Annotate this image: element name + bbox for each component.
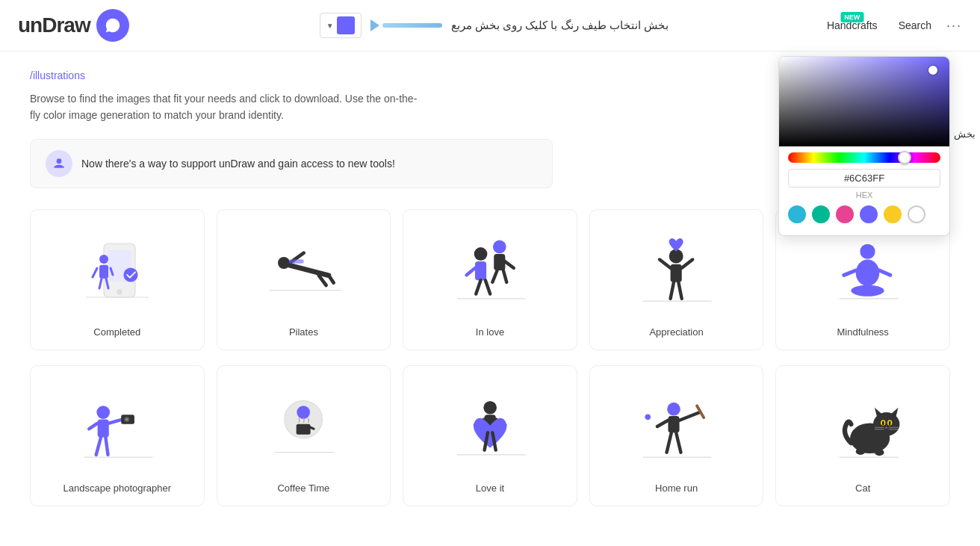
svg-rect-6 xyxy=(99,265,108,279)
illustration-card-inlove[interactable]: In love xyxy=(403,209,577,350)
illustration-card-cat[interactable]: Cat xyxy=(775,365,950,506)
svg-line-71 xyxy=(667,432,672,453)
search-button[interactable]: Search xyxy=(899,19,931,31)
illustration-image-loveit xyxy=(415,378,565,475)
color-canvas[interactable] xyxy=(779,57,949,146)
illustration-card-landscape[interactable]: Landscape photographer xyxy=(30,365,205,506)
svg-rect-31 xyxy=(671,264,682,282)
page-description: Browse to find the images that fit your … xyxy=(30,90,418,124)
svg-line-33 xyxy=(682,259,693,267)
arrow-head xyxy=(370,19,379,31)
svg-point-87 xyxy=(856,448,866,455)
preset-color-pink[interactable] xyxy=(836,205,854,223)
svg-point-65 xyxy=(668,403,681,416)
svg-point-37 xyxy=(860,243,875,258)
color-dropdown[interactable]: ▼ xyxy=(320,13,362,38)
hex-label: HEX xyxy=(779,190,949,199)
svg-rect-18 xyxy=(288,259,303,263)
illustrations-grid-row2: Landscape photographer xyxy=(30,365,950,506)
handcrafts-nav-item[interactable]: NEW Handcrafts xyxy=(821,16,884,34)
svg-point-24 xyxy=(493,240,506,253)
svg-line-40 xyxy=(879,270,890,275)
illustration-card-appreciation[interactable]: Appreciation xyxy=(589,209,764,350)
preset-color-yellow[interactable] xyxy=(884,205,902,223)
hex-input-wrapper[interactable] xyxy=(788,169,940,187)
svg-line-23 xyxy=(486,280,490,294)
svg-line-9 xyxy=(99,279,102,288)
svg-line-16 xyxy=(329,275,334,282)
svg-point-54 xyxy=(297,406,311,419)
svg-point-5 xyxy=(99,255,108,264)
illustration-image-homerun xyxy=(602,378,751,475)
svg-line-56 xyxy=(311,427,314,429)
svg-point-81 xyxy=(889,421,891,425)
preset-color-none[interactable] xyxy=(908,205,925,223)
svg-point-88 xyxy=(875,449,884,456)
illustration-image-mindfulness xyxy=(788,222,937,319)
illustration-label-coffee: Coffee Time xyxy=(277,483,329,494)
svg-line-68 xyxy=(657,421,669,426)
svg-line-72 xyxy=(677,432,681,453)
svg-line-67 xyxy=(680,412,700,421)
hex-input[interactable] xyxy=(795,173,934,184)
svg-rect-66 xyxy=(669,416,680,432)
illustration-card-coffee[interactable]: Coffee Time xyxy=(217,365,391,506)
illustration-image-inlove xyxy=(415,222,565,319)
svg-line-49 xyxy=(89,423,97,429)
more-options-button[interactable]: ··· xyxy=(946,18,962,34)
svg-point-0 xyxy=(57,158,62,164)
illustration-label-landscape: Landscape photographer xyxy=(63,483,172,494)
svg-line-28 xyxy=(503,270,506,282)
illustration-label-inlove: In love xyxy=(476,326,504,338)
color-picker-popup: HEX xyxy=(778,56,950,236)
illustration-image-pilates xyxy=(229,222,379,319)
support-banner[interactable]: Now there's a way to support unDraw and … xyxy=(30,139,553,188)
svg-line-51 xyxy=(105,437,108,454)
svg-line-21 xyxy=(466,268,474,275)
arrow-line xyxy=(382,23,442,28)
svg-rect-55 xyxy=(297,424,311,435)
svg-line-39 xyxy=(844,270,856,275)
illustration-label-homerun: Home run xyxy=(655,483,698,494)
illustration-image-completed xyxy=(43,222,192,319)
svg-line-34 xyxy=(671,282,674,299)
illustration-label-pilates: Pilates xyxy=(289,326,318,338)
illustration-image-appreciation xyxy=(602,222,751,319)
svg-line-35 xyxy=(679,282,682,299)
illustration-label-mindfulness: Mindfulness xyxy=(837,326,889,338)
hue-slider-handle[interactable] xyxy=(898,151,911,164)
svg-line-27 xyxy=(492,270,497,282)
illustration-label-cat: Cat xyxy=(855,483,870,494)
illustration-image-landscape xyxy=(43,378,192,475)
svg-rect-20 xyxy=(475,261,486,280)
illustration-card-completed[interactable]: Completed xyxy=(30,209,205,350)
illustration-card-loveit[interactable]: Love it xyxy=(403,365,577,506)
preset-colors xyxy=(779,205,949,223)
new-badge: NEW xyxy=(840,12,863,22)
svg-line-22 xyxy=(476,280,480,294)
svg-point-38 xyxy=(856,259,880,285)
illustration-label-appreciation: Appreciation xyxy=(649,326,703,338)
svg-point-80 xyxy=(882,421,884,425)
preset-color-cyan[interactable] xyxy=(788,205,806,223)
svg-point-58 xyxy=(483,401,497,415)
preset-color-teal[interactable] xyxy=(812,205,830,223)
illustration-card-pilates[interactable]: Pilates xyxy=(217,209,391,350)
banner-avatar xyxy=(46,150,72,177)
logo-area: unDraw xyxy=(18,9,167,42)
svg-line-50 xyxy=(96,437,100,454)
logo-text: unDraw xyxy=(18,13,90,37)
illustration-label-completed: Completed xyxy=(93,326,140,338)
color-canvas-handle[interactable] xyxy=(928,66,937,75)
svg-point-41 xyxy=(851,285,884,296)
svg-point-48 xyxy=(125,418,128,421)
svg-line-45 xyxy=(108,419,122,423)
illustration-image-cat xyxy=(788,378,937,475)
illustration-card-homerun[interactable]: Home run xyxy=(589,365,764,506)
svg-point-70 xyxy=(645,414,651,420)
color-arrow xyxy=(370,19,442,31)
preset-color-purple[interactable] xyxy=(860,205,878,223)
hue-slider[interactable] xyxy=(788,152,940,163)
svg-point-4 xyxy=(123,267,137,282)
chat-bubble-icon xyxy=(96,9,129,42)
